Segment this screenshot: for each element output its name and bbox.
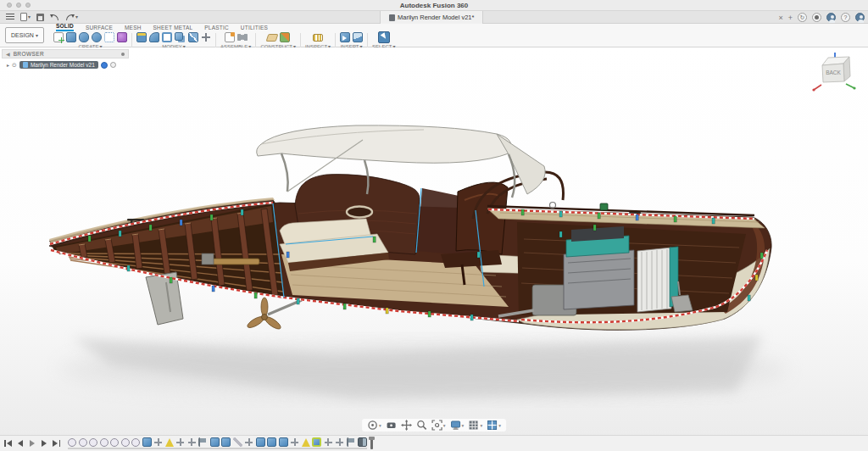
hamburger-icon [6,14,14,20]
joint-icon[interactable] [237,32,248,42]
timeline-feature-solid[interactable] [279,437,288,447]
timeline-feature-move[interactable] [175,437,185,447]
timeline-feature-solid[interactable] [221,437,231,447]
select-icon[interactable] [378,31,390,43]
fillet-icon[interactable] [149,32,159,42]
revolve-icon[interactable] [79,32,89,42]
viewport-canvas[interactable]: ◀ BROWSER ▸ ⊙ Marilyn Render Model v21 B… [0,47,868,435]
offset-plane-icon[interactable] [265,34,278,42]
timeline-feature-solid[interactable] [142,437,152,447]
notifications-button[interactable] [812,13,821,22]
canvas-image-icon[interactable] [353,32,363,42]
timeline-feature-move[interactable] [187,437,197,447]
browser-root-item[interactable]: ▸ ⊙ Marilyn Render Model v21 [2,61,129,69]
help-button[interactable]: ? [841,13,850,22]
window-controls[interactable] [7,3,31,8]
visibility-eye-icon[interactable]: ⊙ [12,62,17,68]
timeline-feature-sketch[interactable] [110,438,119,447]
timeline-feature-solid[interactable] [256,437,265,447]
zoom-button[interactable] [416,420,427,431]
redo-button[interactable]: ▾ [65,14,78,20]
maximize-window-button[interactable] [25,3,31,8]
timeline-feature-warn[interactable] [165,438,174,447]
group-construct: CONSTRUCT▾ [256,31,300,49]
create-sketch-icon[interactable] [53,32,64,42]
undo-button[interactable] [50,14,59,20]
form-icon[interactable] [117,32,127,42]
timeline-go-to-start-button[interactable] [4,439,13,448]
grid-and-snaps-button[interactable]: ▾ [468,420,482,431]
timeline-position-marker[interactable] [370,438,373,449]
look-at-button[interactable] [386,420,397,431]
file-menu-button[interactable]: ▾ [20,13,31,21]
collapse-panel-icon[interactable]: ◀ [6,51,10,57]
pattern-icon[interactable] [104,32,114,42]
shell-icon[interactable] [162,32,172,42]
combine-icon[interactable] [175,32,183,41]
job-status-button[interactable]: ↻ [798,13,807,22]
move-copy-icon[interactable] [201,32,211,42]
timeline-feature-pencil[interactable] [233,437,242,447]
timeline-feature-sketch[interactable] [121,438,130,447]
app-menu-button[interactable] [6,14,14,20]
close-tab-button[interactable]: × [778,14,782,22]
press-pull-icon[interactable] [136,32,147,42]
measure-icon[interactable] [313,34,323,42]
timeline-feature-flag[interactable] [347,437,356,447]
browser-options-icon[interactable] [121,53,125,56]
timeline-play-button[interactable] [28,439,36,448]
minimize-window-button[interactable] [16,3,21,8]
tab-solid[interactable]: SOLID [56,23,74,31]
new-tab-button[interactable]: + [788,14,793,22]
timeline-feature-sketch[interactable] [131,438,140,447]
timeline-feature-flag[interactable] [198,437,208,447]
insert-derive-icon[interactable] [340,32,350,42]
extrude-icon[interactable] [66,32,76,42]
document-root-node[interactable]: Marilyn Render Model v21 [19,61,98,69]
timeline-feature-move[interactable] [324,437,333,447]
timeline-step-forward-button[interactable] [40,439,48,448]
extensions-button[interactable] [826,13,836,22]
navigation-bar: ▾ ▾ ▾ ▾ ▾ [362,419,506,432]
tab-plastic[interactable]: PLASTIC [204,25,229,31]
split-body-icon[interactable] [188,32,198,42]
timeline-feature-move[interactable] [244,437,253,447]
fit-button[interactable]: ▾ [431,420,446,431]
profile-avatar[interactable] [855,13,865,22]
new-component-icon[interactable] [225,32,235,42]
sweep-icon[interactable] [92,32,102,42]
close-window-button[interactable] [7,3,12,8]
timeline-feature-sketch[interactable] [100,438,108,447]
timeline-feature-move[interactable] [335,437,344,447]
timeline-step-back-button[interactable] [16,439,25,448]
browser-header[interactable]: ◀ BROWSER [2,49,129,58]
view-cube[interactable]: BACK [812,51,861,100]
timeline-go-to-end-button[interactable] [52,439,60,448]
tab-surface[interactable]: SURFACE [86,25,113,31]
viewports-button[interactable]: ▾ [487,420,501,431]
pan-button[interactable] [401,420,412,431]
display-toggle-icon[interactable] [110,62,116,68]
workspace-selector[interactable]: DESIGN ▾ [5,27,44,43]
axis-icon[interactable] [280,32,290,42]
timeline-feature-sketch[interactable] [79,438,87,447]
tab-utilities[interactable]: UTILITIES [241,25,268,31]
expand-arrow-icon[interactable]: ▸ [7,62,9,68]
display-settings-button[interactable]: ▾ [450,420,465,431]
tab-sheet-metal[interactable]: SHEET METAL [153,25,193,31]
timeline-feature-sketch[interactable] [89,438,97,447]
timeline-feature-solid[interactable] [210,437,220,447]
timeline-feature-warn[interactable] [302,438,310,447]
group-insert: INSERT▾ [336,31,367,49]
tab-mesh[interactable]: MESH [125,25,142,31]
orbit-button[interactable]: ▾ [367,420,381,431]
timeline-feature-selected[interactable] [312,437,321,447]
document-tab[interactable]: Marilyn Render Model v21* [380,11,483,24]
timeline-feature-move[interactable] [153,437,163,447]
timeline-feature-group[interactable] [358,437,367,447]
timeline-feature-move[interactable] [290,437,299,447]
timeline-feature-solid[interactable] [267,437,276,447]
save-button[interactable] [36,14,44,21]
group-inspect: INSPECT▾ [301,31,335,49]
timeline-feature-sketch[interactable] [68,438,76,447]
